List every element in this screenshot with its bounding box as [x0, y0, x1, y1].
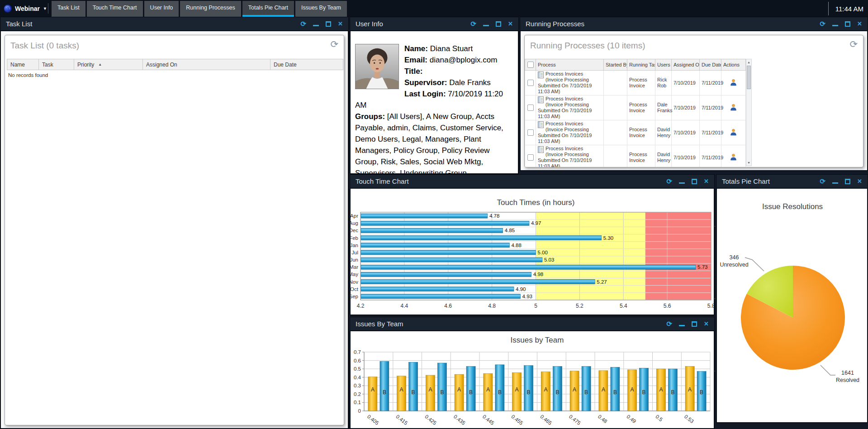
touch-time-chart-window: Touch Time Chart ⟳✕ Touch Times (in hour… [350, 174, 715, 315]
category-label: Nov [351, 279, 358, 285]
close-icon[interactable]: ✕ [857, 178, 862, 184]
column-header-started-by[interactable]: Started By [604, 59, 627, 71]
row-checkbox[interactable] [527, 129, 534, 136]
tab-touch-time-chart[interactable]: Touch Time Chart [87, 1, 143, 17]
x-tick-label: 0.455 [510, 414, 524, 426]
user-action-icon[interactable] [730, 104, 737, 111]
maximize-icon[interactable] [845, 21, 850, 27]
x-tick-label: 0.405 [366, 414, 380, 426]
scroll-down-arrow[interactable]: ▼ [746, 161, 751, 164]
series-letter-A: A [544, 386, 547, 393]
column-header-due-date[interactable]: Due Date [700, 59, 721, 71]
process-document-icon [538, 96, 544, 103]
refresh-icon[interactable]: ⟳ [301, 20, 307, 27]
user-action-icon[interactable] [730, 129, 737, 136]
series-letter-A: A [428, 386, 432, 393]
refresh-icon[interactable]: ⟳ [820, 178, 826, 185]
process-row: Process Invoices (Invoice Processing Sub… [525, 95, 746, 120]
column-header-name[interactable]: Name [7, 59, 38, 70]
window-controls: ⟳✕ [820, 20, 862, 27]
scroll-up-arrow[interactable]: ▲ [746, 61, 751, 64]
close-icon[interactable]: ✕ [704, 178, 709, 184]
maximize-icon[interactable] [326, 21, 331, 27]
column-header-running-task[interactable]: Running Task [627, 59, 655, 71]
tab-running-processes[interactable]: Running Processes [180, 1, 241, 17]
series-letter-A: A [631, 386, 634, 393]
close-icon[interactable]: ✕ [704, 321, 709, 327]
x-tick-label: 4.2 [357, 303, 365, 309]
refresh-icon[interactable]: ⟳ [667, 320, 673, 327]
vertical-scrollbar[interactable]: ▲ ▼ [746, 59, 752, 166]
column-header-assigned-on[interactable]: Assigned On [142, 59, 270, 70]
running-processes-titlebar: Running Processes ⟳✕ [520, 17, 868, 31]
minimize-icon[interactable] [832, 182, 838, 184]
x-tick-label: 4.4 [401, 303, 408, 309]
bar-B-0.425 [437, 363, 446, 411]
task-list-titlebar: Task List ⟳✕ [0, 17, 348, 31]
series-letter-B: B [584, 389, 588, 396]
close-icon[interactable]: ✕ [857, 21, 862, 27]
tab-bar: Task ListTouch Time ChartUser InfoRunnin… [52, 1, 347, 17]
x-tick-label: 5.6 [664, 303, 671, 309]
category-label: Sep [351, 294, 358, 299]
task-list-header-row: NameTaskPriority▲Assigned OnDue Date [7, 59, 343, 70]
maximize-icon[interactable] [496, 21, 501, 27]
column-header-due-date[interactable]: Due Date [270, 59, 343, 70]
bar-value-label: 5.00 [538, 250, 548, 255]
x-tick-label: 0.48 [597, 414, 608, 424]
refresh-icon[interactable]: ⟳ [667, 178, 673, 185]
close-icon[interactable]: ✕ [338, 21, 343, 27]
minimize-icon[interactable] [679, 325, 685, 326]
bar-value-label: 4.85 [505, 228, 515, 233]
series-letter-B: B [700, 389, 703, 396]
field-label-email: Email: [404, 56, 430, 64]
app-menu[interactable]: Webinar ▼ [4, 0, 47, 17]
column-header-task[interactable]: Task [38, 59, 74, 70]
bar-May [361, 272, 531, 276]
select-all-checkbox[interactable] [527, 62, 534, 68]
row-checkbox[interactable] [527, 105, 534, 111]
bar-A-0.415 [397, 376, 406, 411]
minimize-icon[interactable] [483, 25, 489, 26]
tab-issues-by-team[interactable]: Issues By Team [295, 1, 347, 17]
maximize-icon[interactable] [692, 321, 697, 327]
tab-totals-pie-chart[interactable]: Totals Pie Chart [242, 1, 294, 17]
user-avatar[interactable] [355, 44, 399, 89]
bar-Nov [361, 280, 595, 284]
started-by-cell [604, 95, 627, 120]
minimize-icon[interactable] [679, 182, 685, 184]
column-header-assigned-on[interactable]: Assigned On▲ [672, 59, 700, 71]
y-tick-label: 0.7 [354, 349, 361, 355]
refresh-icon[interactable]: ⟳ [849, 39, 858, 50]
users-cell: David Henry [655, 120, 672, 145]
refresh-icon[interactable]: ⟳ [471, 20, 477, 27]
maximize-icon[interactable] [692, 179, 697, 184]
process-table-wrap: ProcessStarted ByRunning TaskUsersAssign… [525, 59, 746, 167]
scrollbar-thumb[interactable] [747, 66, 751, 89]
tab-task-list[interactable]: Task List [52, 1, 85, 17]
minimize-icon[interactable] [832, 25, 838, 26]
series-letter-B: B [412, 389, 415, 396]
minimize-icon[interactable] [313, 25, 319, 26]
x-tick-label: 0.475 [568, 414, 582, 426]
series-letter-B: B [642, 389, 646, 396]
column-header-actions[interactable]: Actions [721, 59, 746, 71]
refresh-icon[interactable]: ⟳ [330, 39, 338, 50]
y-tick-label: 0.2 [354, 391, 361, 397]
user-action-icon[interactable] [730, 79, 737, 86]
row-checkbox[interactable] [527, 80, 534, 86]
column-header-users[interactable]: Users [655, 59, 672, 71]
column-header-priority[interactable]: Priority▲ [74, 59, 142, 70]
y-tick-label: 0.1 [354, 400, 361, 405]
row-checkbox[interactable] [527, 154, 534, 161]
field-label-title: Title: [404, 67, 422, 76]
column-header-process[interactable]: Process [536, 59, 604, 71]
tab-user-info[interactable]: User Info [144, 1, 179, 17]
close-icon[interactable]: ✕ [508, 21, 513, 27]
select-all-column[interactable] [525, 59, 536, 71]
refresh-icon[interactable]: ⟳ [820, 20, 826, 27]
user-action-icon[interactable] [730, 153, 737, 161]
window-title: Running Processes [526, 20, 820, 28]
maximize-icon[interactable] [845, 179, 850, 184]
x-tick-label: 0.435 [453, 414, 466, 426]
